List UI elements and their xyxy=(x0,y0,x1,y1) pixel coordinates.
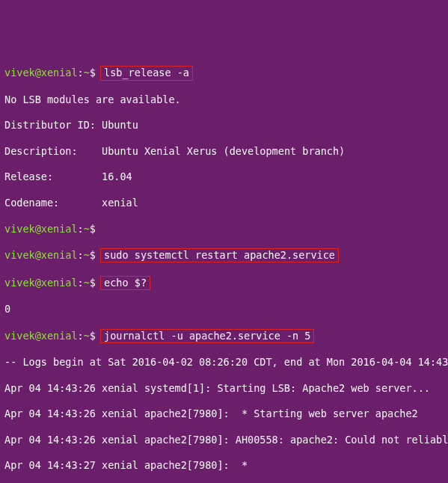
lsb-output: Description: Ubuntu Xenial Xerus (develo… xyxy=(4,145,444,158)
journal-output: Apr 04 14:43:26 xenial apache2[7980]: * … xyxy=(4,407,444,420)
prompt-dollar: $ xyxy=(90,67,96,79)
journal-output: Apr 04 14:43:27 xenial apache2[7980]: * xyxy=(4,459,444,472)
journal-output: -- Logs begin at Sat 2016-04-02 08:26:20… xyxy=(4,356,444,369)
prompt-line-3: vivek@xenial:~$ echo $? xyxy=(4,276,444,290)
lsb-output: No LSB modules are available. xyxy=(4,93,444,106)
prompt-line-1: vivek@xenial:~$ lsb_release -a xyxy=(4,66,444,80)
highlight-box: sudo systemctl restart apache2.service xyxy=(100,248,339,262)
lsb-output: Distributor ID: Ubuntu xyxy=(4,119,444,132)
cmd-systemctl-restart: sudo systemctl restart apache2.service xyxy=(104,249,335,261)
lsb-output: Release: 16.04 xyxy=(4,170,444,183)
lsb-output: Codename: xenial xyxy=(4,197,444,209)
echo-output: 0 xyxy=(4,303,444,316)
prompt-sep: : xyxy=(78,67,84,79)
prompt-line-2: vivek@xenial:~$ sudo systemctl restart a… xyxy=(4,248,444,262)
prompt-path: ~ xyxy=(84,67,90,79)
highlight-box: journalctl -u apache2.service -n 5 xyxy=(100,329,314,343)
prompt-line-4: vivek@xenial:~$ journalctl -u apache2.se… xyxy=(4,329,444,343)
journal-output: Apr 04 14:43:26 xenial apache2[7980]: AH… xyxy=(4,434,444,446)
cmd-journalctl: journalctl -u apache2.service -n 5 xyxy=(104,330,310,342)
prompt-user: vivek@xenial xyxy=(4,67,78,79)
journal-output: Apr 04 14:43:26 xenial systemd[1]: Start… xyxy=(4,382,444,395)
cmd-echo: echo $? xyxy=(104,277,147,289)
cmd-lsb-release: lsb_release -a xyxy=(104,67,189,79)
prompt-line-empty: vivek@xenial:~$ xyxy=(4,223,444,236)
highlight-box: echo $? xyxy=(100,276,150,290)
highlight-box: lsb_release -a xyxy=(100,66,193,80)
terminal[interactable]: vivek@xenial:~$ lsb_release -a No LSB mo… xyxy=(4,53,444,483)
